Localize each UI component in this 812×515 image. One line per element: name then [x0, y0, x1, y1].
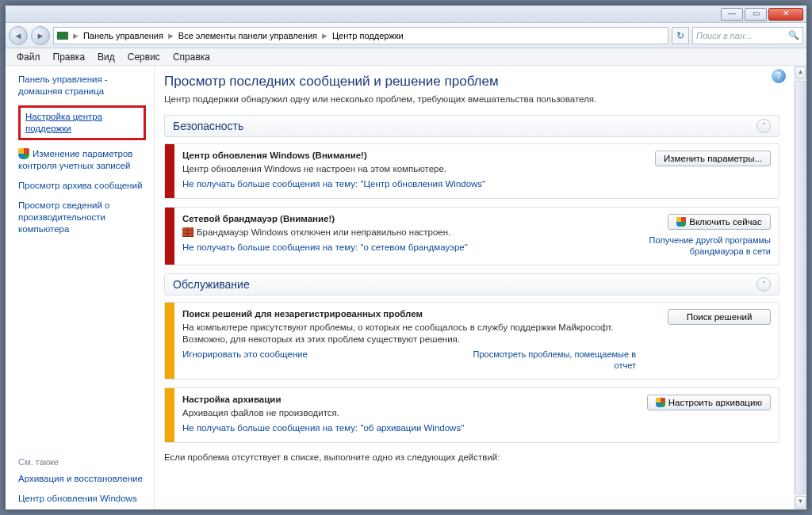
menu-edit[interactable]: Правка: [47, 48, 92, 65]
search-input[interactable]: Поиск в пан... 🔍: [692, 27, 803, 44]
close-button[interactable]: ✕: [768, 8, 803, 21]
severity-stripe: [165, 303, 174, 379]
menu-help[interactable]: Справка: [167, 48, 216, 65]
card-firewall: Сетевой брандмауэр (Внимание!) Брандмауэ…: [164, 207, 779, 265]
card-description: Архивация файлов не производится.: [182, 407, 636, 419]
shield-icon: [18, 148, 29, 159]
minimize-button[interactable]: —: [721, 8, 743, 21]
sidebar-home[interactable]: Панель управления - домашняя страница: [18, 74, 146, 97]
sidebar: Панель управления - домашняя страница На…: [6, 66, 155, 509]
severity-stripe: [165, 144, 174, 198]
search-placeholder: Поиск в пан...: [696, 31, 752, 40]
section-title: Обслуживание: [173, 278, 250, 291]
section-title: Безопасность: [173, 120, 243, 132]
card-title: Поиск решений для незарегистрированных п…: [182, 309, 636, 319]
back-button[interactable]: ◄: [9, 26, 28, 45]
main-content: ? Просмотр последних сообщений и решение…: [155, 66, 794, 509]
change-settings-button[interactable]: Изменить параметры...: [655, 151, 771, 166]
flag-icon: [57, 32, 68, 40]
card-suppress-link[interactable]: Не получать больше сообщения на тему: "о…: [182, 242, 636, 254]
body: Панель управления - домашняя страница На…: [6, 66, 806, 509]
scroll-up-icon[interactable]: ▲: [795, 67, 806, 79]
crumb-sep-icon: ►: [167, 31, 175, 40]
section-security[interactable]: Безопасность ˅: [164, 115, 779, 137]
card-problem-reporting: Поиск решений для незарегистрированных п…: [164, 302, 779, 380]
back-icon: ◄: [14, 31, 23, 40]
scroll-down-icon[interactable]: ▼: [795, 496, 806, 509]
search-solutions-button[interactable]: Поиск решений: [668, 309, 771, 325]
crumb-sep-icon: ►: [71, 31, 80, 40]
page-title: Просмотр последних сообщений и решение п…: [164, 74, 779, 90]
card-suppress-link[interactable]: Не получать больше сообщения на тему: "о…: [182, 422, 636, 434]
chevron-down-icon[interactable]: ˅: [756, 119, 771, 133]
card-windows-update: Центр обновления Windows (Внимание!) Цен…: [164, 143, 779, 199]
sidebar-archive[interactable]: Просмотр архива сообщений: [18, 180, 146, 192]
chevron-down-icon[interactable]: ˅: [756, 277, 771, 292]
nav-row: ◄ ► ► Панель управления ► Все элементы п…: [6, 23, 806, 48]
seealso-backup[interactable]: Архивация и восстановление: [18, 473, 146, 485]
maximize-button[interactable]: ▭: [745, 8, 767, 21]
section-maintenance[interactable]: Обслуживание ˅: [164, 273, 779, 296]
sidebar-configure-action-center[interactable]: Настройка центра поддержки: [18, 105, 146, 140]
footer-hint: Если проблема отсутствует в списке, выпо…: [164, 452, 779, 462]
page-subtitle: Центр поддержки обнаружил одну или неско…: [164, 94, 779, 104]
help-button[interactable]: ?: [772, 69, 786, 83]
get-firewall-link[interactable]: Получение другой программы брандмауэра в…: [644, 235, 771, 257]
breadcrumb[interactable]: Панель управления: [83, 31, 163, 40]
scrollbar[interactable]: ▲ ▼: [794, 66, 806, 509]
card-description: Брандмауэр Windows отключен или неправил…: [182, 227, 636, 238]
address-bar[interactable]: ► Панель управления ► Все элементы панел…: [53, 27, 668, 44]
breadcrumb[interactable]: Все элементы панели управления: [178, 31, 317, 40]
forward-button[interactable]: ►: [31, 26, 50, 45]
severity-stripe: [165, 208, 174, 265]
card-title: Настройка архивации: [182, 395, 636, 404]
menu-tools[interactable]: Сервис: [121, 48, 167, 65]
sidebar-uac-settings[interactable]: Изменение параметров контроля учетных за…: [18, 148, 146, 172]
card-suppress-link[interactable]: Не получать больше сообщения на тему: "Ц…: [182, 178, 636, 190]
ignore-link[interactable]: Игнорировать это сообщение: [182, 349, 308, 371]
shield-icon: [656, 398, 665, 407]
card-description: На компьютере присутствуют проблемы, о к…: [182, 322, 636, 345]
configure-backup-button[interactable]: Настроить архивацию: [647, 395, 771, 410]
refresh-button[interactable]: ↻: [672, 27, 689, 44]
titlebar: — ▭ ✕: [6, 6, 806, 23]
card-description: Центр обновления Windows не настроен на …: [182, 163, 636, 175]
see-also: См. также Архивация и восстановление Цен…: [18, 457, 146, 509]
menu-file[interactable]: Файл: [10, 48, 47, 65]
forward-icon: ►: [36, 31, 45, 40]
shield-icon: [676, 217, 686, 227]
card-backup: Настройка архивации Архивация файлов не …: [164, 387, 779, 443]
enable-now-button[interactable]: Включить сейчас: [668, 214, 771, 230]
see-also-heading: См. также: [18, 457, 146, 467]
window-frame: — ▭ ✕ ◄ ► ► Панель управления ► Все элем…: [5, 5, 807, 510]
sidebar-performance[interactable]: Просмотр сведений о производительности к…: [18, 200, 146, 235]
firewall-icon: [182, 227, 193, 237]
menu-view[interactable]: Вид: [91, 48, 121, 65]
seealso-windows-update[interactable]: Центр обновления Windows: [18, 493, 146, 505]
crumb-sep-icon: ►: [320, 31, 329, 40]
severity-stripe: [165, 388, 174, 442]
breadcrumb[interactable]: Центр поддержки: [332, 31, 404, 40]
search-icon: 🔍: [788, 30, 799, 40]
card-title: Сетевой брандмауэр (Внимание!): [182, 214, 636, 223]
refresh-icon: ↻: [676, 30, 684, 41]
scroll-thumb[interactable]: [795, 81, 806, 494]
view-problems-link[interactable]: Просмотреть проблемы, помещаемые в отчет: [462, 349, 636, 371]
card-title: Центр обновления Windows (Внимание!): [182, 151, 636, 160]
menu-bar: Файл Правка Вид Сервис Справка: [6, 48, 806, 66]
